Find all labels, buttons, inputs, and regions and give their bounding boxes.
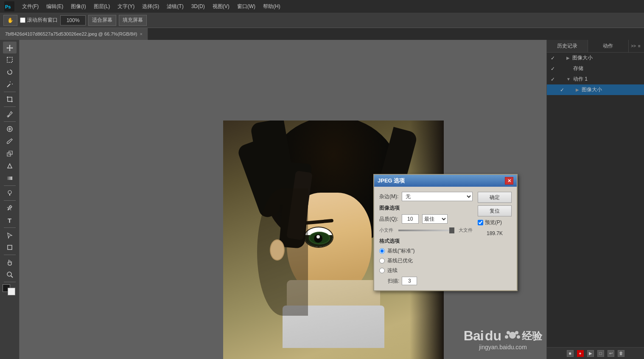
radio-baseline-std-row: 基线("标准") (379, 247, 473, 255)
history-item-save[interactable]: ✓ 存储 (547, 63, 644, 74)
tool-path-select[interactable] (3, 229, 17, 241)
tab-close-button[interactable]: × (140, 31, 142, 36)
dialog-titlebar: JPEG 选项 ✕ (374, 175, 517, 187)
history-item-image-size-1[interactable]: ✓ ▶ 图像大小 (547, 53, 644, 63)
menu-3d[interactable]: 3D(D) (188, 2, 208, 11)
radio-baseline-opt-label: 基线已优化 (387, 257, 413, 264)
menu-file[interactable]: 文件(F) (19, 1, 42, 12)
background-color[interactable] (8, 288, 15, 295)
color-boxes[interactable] (3, 284, 17, 297)
menu-edit[interactable]: 编辑(E) (43, 1, 67, 12)
preview-checkbox[interactable] (478, 220, 483, 225)
tool-separator-2 (4, 107, 16, 107)
history-check-1: ✓ (550, 56, 555, 61)
menu-filter[interactable]: 滤镜(T) (163, 1, 187, 12)
history-label-3: 动作 1 (573, 76, 588, 83)
tool-move[interactable] (3, 42, 17, 53)
tool-pen[interactable] (3, 202, 17, 214)
actions-delete-btn[interactable]: 🗑 (618, 350, 624, 357)
menu-view[interactable]: 视图(V) (209, 1, 233, 12)
history-check-4: ✓ (560, 87, 565, 93)
menu-image[interactable]: 图像(I) (67, 1, 89, 12)
dialog-close-button[interactable]: ✕ (505, 177, 513, 185)
tool-dodge[interactable] (3, 187, 17, 199)
image-options-title: 图像选项 (379, 205, 473, 212)
tool-clone[interactable] (3, 148, 17, 160)
scroll-checkbox[interactable] (20, 17, 25, 23)
history-arrow-4: ▶ (576, 87, 579, 92)
svg-point-15 (7, 272, 11, 276)
menu-layer[interactable]: 图层(L) (90, 1, 114, 12)
menu-bar: Ps 文件(F) 编辑(E) 图像(I) 图层(L) 文字(Y) 选择(S) 滤… (0, 0, 644, 13)
history-item-image-size-2[interactable]: ✓ ▶ 图像大小 (547, 84, 644, 95)
quality-label: 品质(Q): (379, 216, 398, 223)
svg-text:Ps: Ps (5, 4, 11, 9)
fit-screen-button[interactable]: 适合屏幕 (88, 15, 116, 26)
document-tab[interactable]: 7bf8426d4107d86527a75d530026ee22.jpeg @ … (0, 28, 148, 40)
fill-screen-button[interactable]: 填充屏幕 (119, 15, 147, 26)
svg-rect-14 (8, 245, 12, 250)
svg-rect-2 (7, 57, 12, 62)
tool-brush[interactable] (3, 135, 17, 147)
tool-shape[interactable] (3, 241, 17, 253)
history-item-action1[interactable]: ✓ ▼ 动作 1 (547, 74, 644, 84)
ok-button[interactable]: 确定 (478, 192, 512, 203)
svg-line-16 (11, 276, 13, 278)
jpeg-dialog: JPEG 选项 ✕ 杂边(M): 无 图像选项 品质(Q): 最佳 高 中 (373, 174, 518, 291)
toolbar-hand-icon[interactable]: ✋ (3, 15, 17, 26)
actions-stop-btn[interactable]: ■ (567, 350, 574, 357)
scan-row: 扫描: (388, 277, 473, 285)
tool-text[interactable]: T (3, 214, 17, 226)
tool-eraser[interactable] (3, 160, 17, 172)
panel-expand-btn[interactable]: >> (630, 43, 636, 49)
history-arrow-1: ▶ (566, 56, 570, 60)
tool-separator-3 (4, 121, 16, 122)
menu-select[interactable]: 选择(S) (139, 1, 162, 12)
tool-healing[interactable] (3, 123, 17, 135)
radio-progressive[interactable] (379, 268, 385, 273)
actions-play-btn[interactable]: ▶ (587, 350, 594, 357)
actions-record-btn[interactable]: ● (577, 350, 584, 357)
actions-new-action-btn[interactable]: ↩ (608, 350, 614, 357)
svg-rect-11 (7, 177, 12, 180)
dialog-right-panel: 确定 复位 预览(P) 189.7K (478, 192, 512, 285)
tool-crop[interactable] (3, 93, 17, 105)
tool-gradient[interactable] (3, 172, 17, 184)
dialog-title: JPEG 选项 (378, 177, 405, 185)
actions-tab[interactable]: 动作 (588, 40, 629, 52)
menu-help[interactable]: 帮助(H) (260, 1, 284, 12)
radio-baseline-std[interactable] (379, 248, 385, 254)
quality-slider-track[interactable] (398, 230, 454, 231)
radio-baseline-opt[interactable] (379, 258, 385, 264)
scroll-label: 滚动所有窗口 (27, 17, 58, 24)
scan-input[interactable] (402, 277, 417, 285)
menu-window[interactable]: 窗口(W) (234, 1, 259, 12)
tool-separator-4 (4, 185, 16, 186)
tool-magic-wand[interactable] (3, 79, 17, 90)
history-check-2: ✓ (550, 66, 555, 71)
quality-row: 品质(Q): 最佳 高 中 低 (379, 214, 473, 224)
scroll-all-windows-toggle[interactable]: 滚动所有窗口 (20, 17, 58, 24)
tab-filename: 7bf8426d4107d86527a75d530026ee22.jpeg @ … (5, 31, 137, 36)
menu-text[interactable]: 文字(Y) (114, 1, 138, 12)
file-size-display: 189.7K (478, 230, 512, 236)
tool-lasso[interactable] (3, 66, 17, 78)
matte-label: 杂边(M): (379, 193, 398, 200)
quality-select[interactable]: 最佳 高 中 低 (422, 214, 448, 224)
tool-eyedropper[interactable] (3, 108, 17, 120)
quality-slider-thumb[interactable] (449, 227, 454, 233)
tool-hand[interactable] (3, 256, 17, 268)
tool-separator-1 (4, 92, 16, 92)
dialog-left-panel: 杂边(M): 无 图像选项 品质(Q): 最佳 高 中 低 小文件 (379, 192, 473, 285)
tool-separator-6 (4, 227, 16, 228)
history-arrow-3: ▼ (566, 77, 571, 81)
actions-new-set-btn[interactable]: □ (597, 350, 604, 357)
radio-baseline-std-label: 基线("标准") (387, 247, 415, 255)
panel-menu-btn[interactable]: ≡ (636, 43, 642, 49)
quality-input[interactable] (402, 214, 419, 224)
history-tab[interactable]: 历史记录 (547, 40, 588, 52)
tool-zoom[interactable] (3, 269, 17, 280)
matte-select[interactable]: 无 (402, 192, 473, 201)
reset-button[interactable]: 复位 (478, 205, 512, 216)
tool-select-rect[interactable] (3, 54, 17, 66)
